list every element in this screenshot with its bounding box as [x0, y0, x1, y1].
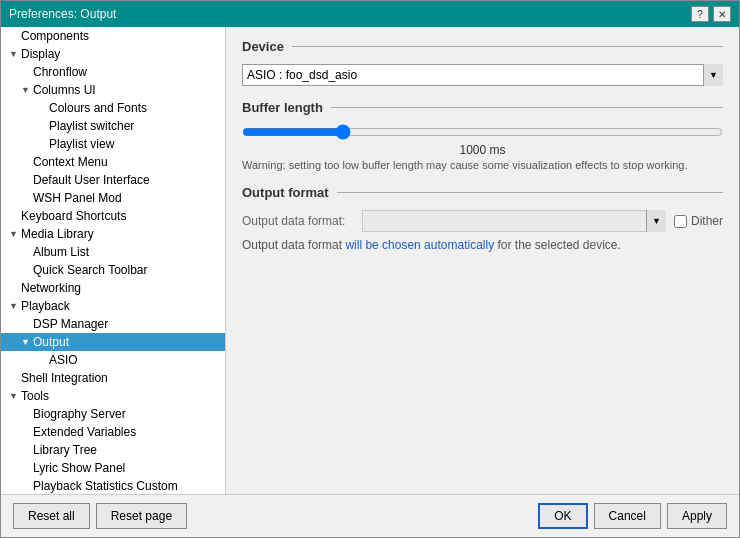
format-row: Output data format: ▼ Dither — [242, 210, 723, 232]
sidebar-label-keyboard-shortcuts: Keyboard Shortcuts — [21, 209, 126, 223]
device-title: Device — [242, 39, 284, 54]
window-title: Preferences: Output — [9, 7, 116, 21]
sidebar-label-quick-search-toolbar: Quick Search Toolbar — [33, 263, 148, 277]
sidebar-label-tools: Tools — [21, 389, 49, 403]
sidebar-item-asio[interactable]: ASIO — [1, 351, 225, 369]
sidebar-label-components: Components — [21, 29, 89, 43]
sidebar-label-playlist-switcher: Playlist switcher — [49, 119, 134, 133]
sidebar-item-library-tree[interactable]: Library Tree — [1, 441, 225, 459]
format-dropdown[interactable] — [362, 210, 666, 232]
toggle-output: ▼ — [21, 337, 31, 347]
sidebar-item-media-library[interactable]: ▼Media Library — [1, 225, 225, 243]
format-info-before: Output data format — [242, 238, 345, 252]
title-bar: Preferences: Output ? ✕ — [1, 1, 739, 27]
sidebar-item-wsh-panel-mod[interactable]: WSH Panel Mod — [1, 189, 225, 207]
buffer-section-header: Buffer length — [242, 100, 723, 115]
sidebar-label-networking: Networking — [21, 281, 81, 295]
sidebar-label-wsh-panel-mod: WSH Panel Mod — [33, 191, 122, 205]
buffer-section: Buffer length 1000 ms Warning: setting t… — [242, 100, 723, 171]
device-section: Device ASIO : foo_dsd_asio ▼ — [242, 39, 723, 86]
reset-all-button[interactable]: Reset all — [13, 503, 90, 529]
reset-page-button[interactable]: Reset page — [96, 503, 187, 529]
dither-checkbox[interactable] — [674, 215, 687, 228]
preferences-window: Preferences: Output ? ✕ Components▼Displ… — [0, 0, 740, 538]
output-format-divider — [337, 192, 723, 193]
sidebar-item-shell-integration[interactable]: Shell Integration — [1, 369, 225, 387]
ok-button[interactable]: OK — [538, 503, 587, 529]
sidebar: Components▼DisplayChronflow▼Columns UICo… — [1, 27, 226, 494]
format-dropdown-wrapper: ▼ — [362, 210, 666, 232]
device-dropdown[interactable]: ASIO : foo_dsd_asio — [242, 64, 723, 86]
sidebar-item-tools[interactable]: ▼Tools — [1, 387, 225, 405]
sidebar-item-display[interactable]: ▼Display — [1, 45, 225, 63]
sidebar-item-default-user-interface[interactable]: Default User Interface — [1, 171, 225, 189]
device-dropdown-wrapper: ASIO : foo_dsd_asio ▼ — [242, 64, 723, 86]
main-content: Components▼DisplayChronflow▼Columns UICo… — [1, 27, 739, 494]
output-format-section: Output format Output data format: ▼ Dith… — [242, 185, 723, 252]
sidebar-item-components[interactable]: Components — [1, 27, 225, 45]
sidebar-label-shell-integration: Shell Integration — [21, 371, 108, 385]
output-format-title: Output format — [242, 185, 329, 200]
sidebar-label-lyric-show-panel: Lyric Show Panel — [33, 461, 125, 475]
toggle-display: ▼ — [9, 49, 19, 59]
toggle-columns-ui: ▼ — [21, 85, 31, 95]
cancel-button[interactable]: Cancel — [594, 503, 661, 529]
buffer-warning: Warning: setting too low buffer length m… — [242, 159, 723, 171]
sidebar-item-playback-statistics-custom[interactable]: Playback Statistics Custom — [1, 477, 225, 494]
title-bar-controls: ? ✕ — [691, 6, 731, 22]
sidebar-item-lyric-show-panel[interactable]: Lyric Show Panel — [1, 459, 225, 477]
device-divider — [292, 46, 723, 47]
sidebar-label-chronflow: Chronflow — [33, 65, 87, 79]
buffer-title: Buffer length — [242, 100, 323, 115]
apply-button[interactable]: Apply — [667, 503, 727, 529]
buffer-divider — [331, 107, 723, 108]
sidebar-item-biography-server[interactable]: Biography Server — [1, 405, 225, 423]
sidebar-item-chronflow[interactable]: Chronflow — [1, 63, 225, 81]
sidebar-label-library-tree: Library Tree — [33, 443, 97, 457]
output-format-header: Output format — [242, 185, 723, 200]
dither-label: Dither — [691, 214, 723, 228]
buffer-value: 1000 ms — [242, 143, 723, 157]
format-info-blue: will be chosen automatically — [345, 238, 494, 252]
sidebar-label-colours-and-fonts: Colours and Fonts — [49, 101, 147, 115]
sidebar-label-playlist-view: Playlist view — [49, 137, 114, 151]
sidebar-label-default-user-interface: Default User Interface — [33, 173, 150, 187]
toggle-media-library: ▼ — [9, 229, 19, 239]
sidebar-label-album-list: Album List — [33, 245, 89, 259]
sidebar-label-output: Output — [33, 335, 69, 349]
format-info: Output data format will be chosen automa… — [242, 238, 723, 252]
bottom-bar: Reset all Reset page OK Cancel Apply — [1, 494, 739, 537]
toggle-playback: ▼ — [9, 301, 19, 311]
format-info-after: for the selected device. — [494, 238, 621, 252]
sidebar-item-extended-variables[interactable]: Extended Variables — [1, 423, 225, 441]
sidebar-item-networking[interactable]: Networking — [1, 279, 225, 297]
sidebar-label-columns-ui: Columns UI — [33, 83, 96, 97]
buffer-slider[interactable] — [242, 125, 723, 139]
sidebar-label-extended-variables: Extended Variables — [33, 425, 136, 439]
sidebar-item-playback[interactable]: ▼Playback — [1, 297, 225, 315]
sidebar-label-asio: ASIO — [49, 353, 78, 367]
dither-wrapper: Dither — [674, 214, 723, 228]
sidebar-item-keyboard-shortcuts[interactable]: Keyboard Shortcuts — [1, 207, 225, 225]
sidebar-item-dsp-manager[interactable]: DSP Manager — [1, 315, 225, 333]
format-label: Output data format: — [242, 214, 362, 228]
sidebar-item-playlist-switcher[interactable]: Playlist switcher — [1, 117, 225, 135]
sidebar-label-playback-statistics-custom: Playback Statistics Custom — [33, 479, 178, 493]
sidebar-label-media-library: Media Library — [21, 227, 94, 241]
right-panel: Device ASIO : foo_dsd_asio ▼ Buffer leng… — [226, 27, 739, 494]
sidebar-item-colours-and-fonts[interactable]: Colours and Fonts — [1, 99, 225, 117]
tree-container: Components▼DisplayChronflow▼Columns UICo… — [1, 27, 225, 494]
sidebar-label-playback: Playback — [21, 299, 70, 313]
sidebar-item-columns-ui[interactable]: ▼Columns UI — [1, 81, 225, 99]
device-section-header: Device — [242, 39, 723, 54]
close-button[interactable]: ✕ — [713, 6, 731, 22]
sidebar-label-biography-server: Biography Server — [33, 407, 126, 421]
sidebar-item-context-menu[interactable]: Context Menu — [1, 153, 225, 171]
sidebar-item-playlist-view[interactable]: Playlist view — [1, 135, 225, 153]
sidebar-label-display: Display — [21, 47, 60, 61]
help-button[interactable]: ? — [691, 6, 709, 22]
sidebar-item-output[interactable]: ▼Output — [1, 333, 225, 351]
sidebar-label-context-menu: Context Menu — [33, 155, 108, 169]
sidebar-item-quick-search-toolbar[interactable]: Quick Search Toolbar — [1, 261, 225, 279]
sidebar-item-album-list[interactable]: Album List — [1, 243, 225, 261]
